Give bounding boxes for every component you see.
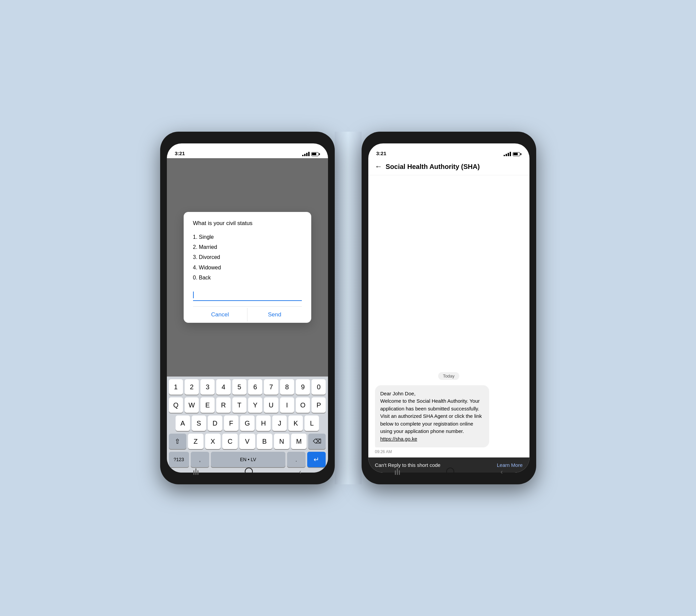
key-5[interactable]: 5	[232, 379, 247, 395]
left-screen: 3:21 What is your civil status	[167, 143, 328, 473]
keyboard-row-asdf: A S D F G H J K L	[169, 415, 326, 431]
dialog-title: What is your civil status	[193, 220, 302, 227]
left-screen-bg: What is your civil status 1. Single 2. M…	[167, 158, 328, 376]
message-bubble: Dear John Doe,Welcome to the Social Heal…	[375, 385, 489, 448]
civil-status-dialog: What is your civil status 1. Single 2. M…	[184, 212, 311, 323]
status-bar-left: 3:21	[167, 143, 328, 158]
key-0[interactable]: 0	[312, 379, 326, 395]
key-n[interactable]: N	[274, 434, 289, 449]
key-j[interactable]: J	[272, 415, 287, 431]
fold-area	[335, 132, 362, 484]
back-nav[interactable]: ‹	[299, 468, 301, 476]
option-0: 0. Back	[193, 273, 302, 283]
back-nav-right[interactable]: ‹	[501, 468, 503, 476]
dialog-input-area[interactable]	[193, 290, 302, 301]
time-left: 3:21	[175, 151, 185, 156]
key-g[interactable]: G	[240, 415, 254, 431]
key-o[interactable]: O	[296, 397, 310, 413]
option-3: 3. Divorced	[193, 252, 302, 262]
signal-icon-right	[504, 152, 511, 156]
message-container: Dear John Doe,Welcome to the Social Heal…	[375, 385, 523, 455]
key-8[interactable]: 8	[280, 379, 294, 395]
key-3[interactable]: 3	[201, 379, 215, 395]
key-i[interactable]: I	[280, 397, 294, 413]
key-y[interactable]: Y	[248, 397, 262, 413]
key-9[interactable]: 9	[296, 379, 310, 395]
key-p[interactable]: P	[312, 397, 326, 413]
status-icons-left	[302, 152, 320, 156]
status-icons-right	[504, 152, 521, 156]
nav-lines-right	[395, 468, 400, 475]
battery-icon-right	[513, 152, 521, 156]
option-4: 4. Widowed	[193, 263, 302, 273]
key-6[interactable]: 6	[248, 379, 262, 395]
dialog-overlay: What is your civil status 1. Single 2. M…	[167, 158, 328, 376]
key-q[interactable]: Q	[169, 397, 183, 413]
key-a[interactable]: A	[176, 415, 190, 431]
right-screen: 3:21 ← Social Health Authority (SHA)	[368, 143, 529, 473]
send-button[interactable]: Send	[248, 307, 302, 323]
time-right: 3:21	[376, 151, 386, 156]
home-button-right[interactable]	[446, 467, 454, 476]
key-m[interactable]: M	[291, 434, 306, 449]
key-v[interactable]: V	[239, 434, 255, 449]
dialog-buttons: Cancel Send	[193, 306, 302, 323]
nav-lines	[193, 468, 199, 475]
key-2[interactable]: 2	[185, 379, 199, 395]
key-s[interactable]: S	[192, 415, 206, 431]
option-2: 2. Married	[193, 242, 302, 252]
signal-icon	[302, 152, 310, 156]
message-text: Dear John Doe,Welcome to the Social Heal…	[380, 391, 482, 442]
key-r[interactable]: R	[216, 397, 230, 413]
key-4[interactable]: 4	[216, 379, 230, 395]
key-t[interactable]: T	[232, 397, 247, 413]
text-cursor	[193, 292, 194, 298]
notch-right	[427, 132, 471, 141]
key-w[interactable]: W	[185, 397, 199, 413]
key-d[interactable]: D	[208, 415, 222, 431]
chat-body: Today Dear John Doe,Welcome to the Socia…	[368, 175, 529, 458]
home-button[interactable]	[245, 467, 253, 476]
key-e[interactable]: E	[201, 397, 215, 413]
key-1[interactable]: 1	[169, 379, 183, 395]
keyboard-row-zxcv: ⇧ Z X C V B N M ⌫	[169, 434, 326, 449]
battery-icon	[311, 152, 320, 156]
keyboard-row-qwerty: Q W E R T Y U I O P	[169, 397, 326, 413]
key-c[interactable]: C	[222, 434, 238, 449]
right-phone: 3:21 ← Social Health Authority (SHA)	[362, 132, 536, 484]
key-shift[interactable]: ⇧	[169, 434, 186, 449]
status-bar-right: 3:21	[368, 143, 529, 158]
dialog-options: 1. Single 2. Married 3. Divorced 4. Wido…	[193, 232, 302, 283]
left-phone: 3:21 What is your civil status	[160, 132, 335, 484]
key-7[interactable]: 7	[264, 379, 278, 395]
option-1: 1. Single	[193, 232, 302, 242]
key-z[interactable]: Z	[188, 434, 204, 449]
sha-link[interactable]: https://sha.go.ke	[380, 436, 417, 442]
key-k[interactable]: K	[288, 415, 303, 431]
key-x[interactable]: X	[205, 434, 221, 449]
chat-title: Social Health Authority (SHA)	[386, 163, 480, 171]
keyboard: 1 2 3 4 5 6 7 8 9 0 Q W E R T Y U I O	[167, 376, 328, 473]
message-time: 09:26 AM	[375, 449, 523, 454]
key-u[interactable]: U	[264, 397, 278, 413]
key-h[interactable]: H	[256, 415, 271, 431]
keyboard-row-numbers: 1 2 3 4 5 6 7 8 9 0	[169, 379, 326, 395]
notch	[226, 132, 269, 141]
key-f[interactable]: F	[224, 415, 238, 431]
cancel-button[interactable]: Cancel	[193, 307, 248, 323]
nav-bar-right: ‹	[362, 465, 536, 478]
chat-header: ← Social Health Authority (SHA)	[368, 158, 529, 175]
back-arrow[interactable]: ←	[375, 162, 382, 171]
nav-bar-left: ‹	[160, 465, 335, 478]
key-l[interactable]: L	[304, 415, 319, 431]
today-pill: Today	[438, 372, 459, 380]
key-backspace[interactable]: ⌫	[308, 434, 326, 449]
key-b[interactable]: B	[257, 434, 272, 449]
today-label: Today	[375, 372, 523, 380]
